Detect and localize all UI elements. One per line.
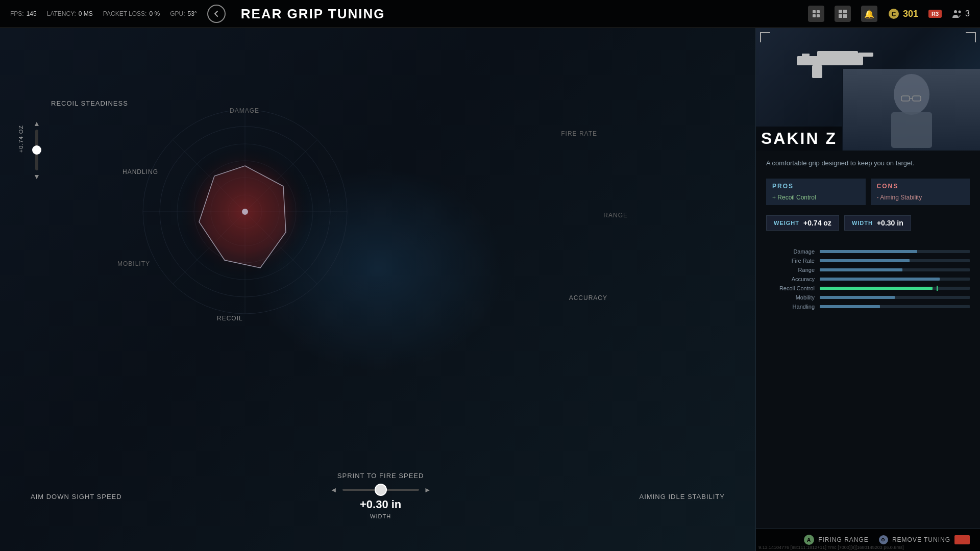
packet-loss-stat: PACKET LOSS: 0 %	[103, 10, 160, 17]
width-badge-label: WIDTH	[852, 220, 873, 226]
fire-rate-fill	[820, 259, 910, 262]
cons-box: CONS - Aiming Stability	[871, 179, 970, 205]
damage-label: Damage	[766, 248, 815, 255]
coin-icon: C	[888, 8, 900, 20]
top-bar: FPS: 145 LATENCY: 0 MS PACKET LOSS: 0 % …	[0, 0, 980, 28]
player-count-value: 3	[965, 9, 970, 18]
remove-red-button[interactable]	[954, 535, 970, 544]
handling-fill	[820, 305, 880, 308]
radar-svg	[102, 94, 388, 329]
system-stats: FPS: 145 LATENCY: 0 MS PACKET LOSS: 0 % …	[10, 10, 197, 17]
stat-label-range: RANGE	[603, 212, 628, 219]
svg-rect-2	[813, 14, 816, 17]
grid-icon[interactable]	[835, 6, 851, 22]
radar-chart	[102, 94, 388, 329]
player-count: 3	[952, 9, 970, 19]
sprint-control: SPRINT TO FIRE SPEED ◄ ► +0.30 in WIDTH	[330, 472, 431, 520]
pros-item-0: + Recoil Control	[772, 194, 860, 201]
gun-name-overlay: SAKIN Z	[756, 127, 842, 151]
recoil-control-track	[820, 287, 970, 290]
currency-value: 301	[903, 9, 918, 19]
damage-track	[820, 250, 970, 253]
firing-range-label: FIRING RANGE	[818, 536, 869, 543]
person-silhouette	[861, 71, 963, 148]
range-fill	[820, 268, 902, 271]
left-panel: RECOIL STEADINESS DAMAGE FIRE RATE HANDL…	[0, 28, 755, 551]
sprint-slider[interactable]: ◄ ►	[330, 486, 431, 494]
sprint-thumb[interactable]	[375, 484, 387, 496]
firing-range-button[interactable]: A FIRING RANGE	[804, 535, 869, 545]
width-value: +0.30 in	[360, 498, 401, 511]
width-display: +0.30 in WIDTH	[330, 498, 431, 520]
aiming-idle-label: AIMING IDLE STABILITY	[640, 492, 725, 501]
width-unit-label: WIDTH	[370, 513, 391, 519]
svg-rect-25	[797, 56, 863, 65]
svg-point-24	[242, 209, 248, 215]
accuracy-fill	[820, 278, 940, 281]
remove-tuning-icon: ⊙	[879, 535, 888, 544]
gpu-value: 53°	[187, 10, 197, 17]
pros-header: PROS	[772, 183, 860, 190]
accuracy-track	[820, 278, 970, 281]
stat-bar-damage: Damage	[766, 248, 970, 255]
gpu-label: GPU:	[170, 10, 185, 17]
svg-rect-5	[843, 10, 847, 13]
weight-label: +0.74 OZ	[18, 125, 24, 153]
stat-bars-section: Damage Fire Rate Range Accuracy	[756, 248, 980, 310]
cons-header: CONS	[877, 183, 964, 190]
sprint-right-arrow[interactable]: ►	[424, 486, 431, 494]
weight-up-arrow[interactable]: ▲	[33, 120, 40, 127]
latency-stat: LATENCY: 0 MS	[47, 10, 93, 17]
weight-thumb[interactable]	[32, 145, 41, 155]
weight-badge: WEIGHT +0.74 oz	[766, 215, 839, 231]
firing-range-icon: A	[804, 535, 814, 545]
remove-tuning-button[interactable]: ⊙ REMOVE TUNING	[879, 535, 970, 544]
stat-bar-accuracy: Accuracy	[766, 276, 970, 282]
range-label: Range	[766, 267, 815, 273]
weight-down-arrow[interactable]: ▼	[33, 173, 40, 180]
webcam-feed	[842, 69, 980, 151]
svg-point-11	[959, 11, 961, 13]
svg-rect-28	[812, 65, 822, 78]
currency-display: C 301	[888, 8, 918, 20]
sprint-left-arrow[interactable]: ◄	[330, 486, 337, 494]
handling-track	[820, 305, 970, 308]
corner-tl	[760, 32, 770, 42]
svg-rect-0	[813, 10, 816, 13]
fps-stat: FPS: 145	[10, 10, 37, 17]
width-badge-value: +0.30 in	[877, 219, 903, 227]
remove-tuning-label: REMOVE TUNING	[892, 536, 950, 543]
aim-down-sight-label: AIM DOWN SIGHT SPEED	[31, 492, 122, 501]
svg-rect-7	[843, 14, 847, 18]
svg-rect-4	[839, 10, 842, 13]
packet-loss-value: 0 %	[149, 10, 160, 17]
weight-badge-value: +0.74 oz	[803, 219, 831, 227]
main-content: RECOIL STEADINESS DAMAGE FIRE RATE HANDL…	[0, 28, 980, 551]
debug-text: 9.13.14104776 [98:111:1812+11] Tmc [7000…	[756, 544, 906, 551]
gun-name: SAKIN Z	[761, 129, 837, 147]
svg-rect-31	[891, 112, 932, 148]
packet-loss-label: PACKET LOSS:	[103, 10, 147, 17]
latency-label: LATENCY:	[47, 10, 76, 17]
fps-label: FPS:	[10, 10, 24, 17]
webcam-area: SAKIN Z	[756, 28, 980, 151]
corner-tr	[966, 32, 976, 42]
weight-badge-label: WEIGHT	[774, 220, 799, 226]
cons-item-0: - Aiming Stability	[877, 194, 964, 201]
weight-slider[interactable]: ▲ ▼	[33, 120, 40, 180]
pros-box: PROS + Recoil Control	[766, 179, 866, 205]
inventory-icon[interactable]	[808, 6, 824, 22]
svg-text:C: C	[892, 11, 896, 18]
top-bar-right: 🔔 C 301 R3 3	[808, 6, 970, 22]
back-button[interactable]	[207, 5, 226, 23]
mobility-track	[820, 296, 970, 299]
svg-point-10	[954, 10, 957, 13]
svg-rect-26	[817, 51, 858, 57]
players-icon	[952, 9, 962, 19]
svg-rect-6	[839, 14, 842, 18]
fps-value: 145	[27, 10, 37, 17]
bell-icon[interactable]: 🔔	[861, 6, 877, 22]
gpu-stat: GPU: 53°	[170, 10, 197, 17]
pros-cons-section: PROS + Recoil Control CONS - Aiming Stab…	[766, 179, 970, 205]
item-info: A comfortable grip designed to keep you …	[756, 151, 980, 248]
